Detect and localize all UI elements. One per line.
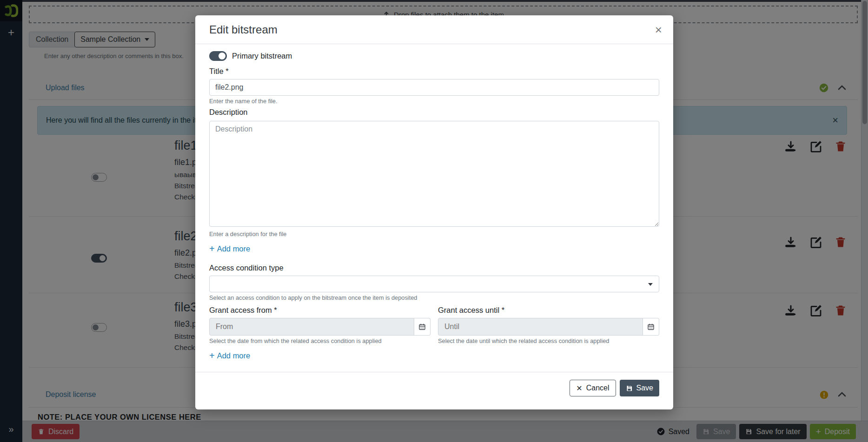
modal-title: Edit bitstream	[209, 23, 278, 36]
title-label: Title *	[209, 67, 659, 76]
grant-access-from-hint: Select the date from which the related a…	[209, 337, 431, 345]
grant-access-from-input[interactable]	[209, 318, 414, 336]
grant-access-until-hint: Select the date until which the related …	[438, 337, 659, 345]
caret-down-icon	[648, 283, 653, 286]
primary-bitstream-label: Primary bitstream	[232, 52, 292, 60]
grant-access-until-input[interactable]	[438, 318, 643, 336]
cancel-button[interactable]: ✕ Cancel	[570, 380, 616, 396]
add-more-link[interactable]: + Add more	[209, 244, 250, 253]
access-condition-hint: Select an access condition to apply on t…	[209, 294, 659, 302]
description-textarea[interactable]	[209, 121, 659, 227]
calendar-icon	[418, 323, 426, 330]
calendar-icon	[647, 323, 655, 330]
floppy-icon	[626, 385, 633, 392]
title-input[interactable]	[209, 79, 659, 96]
until-calendar-button[interactable]	[643, 318, 659, 336]
access-condition-select[interactable]	[209, 276, 659, 292]
grant-access-until-label: Grant access until *	[438, 306, 659, 315]
add-more-link[interactable]: + Add more	[209, 351, 250, 360]
plus-icon: +	[209, 244, 215, 253]
edit-bitstream-modal: Edit bitstream × Primary bitstream Title…	[195, 15, 673, 409]
access-condition-label: Access condition type	[209, 264, 659, 273]
modal-save-button[interactable]: Save	[620, 380, 659, 396]
description-hint: Enter a description for the file	[209, 231, 659, 238]
grant-access-from-label: Grant access from *	[209, 306, 431, 315]
from-calendar-button[interactable]	[414, 318, 431, 336]
close-icon[interactable]: ×	[655, 24, 662, 36]
title-hint: Enter the name of the file.	[209, 98, 659, 105]
primary-bitstream-toggle[interactable]	[209, 51, 227, 61]
description-label: Description	[209, 108, 659, 117]
plus-icon: +	[209, 351, 215, 360]
x-icon: ✕	[576, 384, 582, 393]
